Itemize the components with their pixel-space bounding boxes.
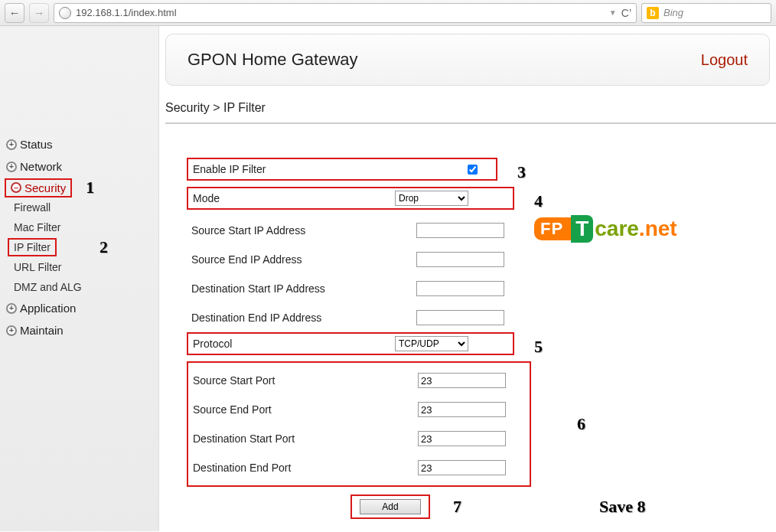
sidebar-item-label: Maintain — [20, 324, 64, 337]
annotation-6: 6 — [577, 414, 585, 434]
annotation-3: 3 — [517, 162, 526, 182]
dst-end-port-input[interactable] — [418, 460, 506, 475]
dst-end-ip-label: Destination End IP Address — [187, 312, 393, 324]
mode-row: Mode Drop — [187, 187, 514, 210]
sidebar-item-application[interactable]: + Application — [0, 297, 158, 319]
url-text: 192.168.1.1/index.html — [76, 7, 609, 18]
mode-select[interactable]: Drop — [395, 191, 468, 206]
breadcrumb: Security > IP Filter — [165, 98, 770, 122]
main-content: GPON Home Gateway Logout Security > IP F… — [159, 26, 776, 531]
bing-icon: b — [647, 7, 659, 19]
sidebar-subitem-ip-filter[interactable]: IP Filter — [8, 238, 57, 256]
protocol-label: Protocol — [188, 338, 395, 350]
src-end-port-input[interactable] — [418, 402, 506, 417]
ip-filter-form: Enable IP Filter 3 Mode Drop 4 Source St… — [165, 124, 770, 519]
sidebar: + Status + Network – Security 1 Firewall… — [0, 26, 159, 531]
logout-link[interactable]: Logout — [701, 51, 748, 69]
src-end-port-label: Source End Port — [188, 403, 395, 416]
forward-button[interactable]: → — [29, 3, 49, 23]
sidebar-item-status[interactable]: + Status — [0, 133, 158, 155]
src-start-port-label: Source Start Port — [188, 374, 395, 387]
annotation-2: 2 — [99, 237, 108, 257]
dst-end-ip-input[interactable] — [416, 310, 504, 325]
dst-start-ip-label: Destination Start IP Address — [187, 282, 393, 295]
header-card: GPON Home Gateway Logout — [165, 34, 770, 86]
search-placeholder: Bing — [664, 7, 683, 18]
mode-label: Mode — [188, 192, 395, 204]
sidebar-item-label: Network — [20, 160, 62, 173]
url-dropdown-icon[interactable]: ▼ — [609, 8, 617, 17]
sidebar-item-network[interactable]: + Network — [0, 155, 158, 178]
annotation-4: 4 — [534, 191, 543, 211]
plus-icon: + — [6, 325, 17, 336]
annotation-1: 1 — [86, 178, 94, 197]
page-title: GPON Home Gateway — [187, 50, 358, 70]
sidebar-subitem-url-filter[interactable]: URL Filter — [0, 257, 158, 277]
sidebar-item-label: Status — [20, 138, 53, 151]
src-start-ip-label: Source Start IP Address — [187, 224, 393, 237]
protocol-row: Protocol TCP/UDP — [187, 332, 514, 355]
annotation-5: 5 — [534, 337, 543, 357]
add-button[interactable]: Add — [360, 499, 421, 514]
enable-row: Enable IP Filter — [187, 158, 497, 181]
dst-end-port-label: Destination End Port — [188, 462, 395, 474]
back-button[interactable]: ← — [5, 3, 24, 23]
plus-icon: + — [6, 162, 17, 172]
globe-icon — [59, 7, 71, 19]
plus-icon: + — [6, 139, 17, 150]
add-button-highlight: Add — [351, 494, 430, 519]
enable-checkbox[interactable] — [468, 165, 478, 175]
url-bar[interactable]: 192.168.1.1/index.html ▼ C’ — [54, 3, 637, 23]
sidebar-subitem-dmz-alg[interactable]: DMZ and ALG — [0, 277, 158, 297]
dst-start-ip-input[interactable] — [416, 281, 504, 296]
src-end-ip-input[interactable] — [416, 252, 504, 267]
annotation-7: 7 — [453, 497, 461, 517]
annotation-8: Save 8 — [599, 497, 646, 517]
browser-toolbar: ← → 192.168.1.1/index.html ▼ C’ b Bing — [0, 0, 776, 26]
src-start-ip-input[interactable] — [416, 223, 504, 238]
enable-label: Enable IP Filter — [188, 163, 393, 175]
sidebar-item-label: Security — [24, 181, 66, 194]
plus-icon: + — [6, 303, 17, 314]
sidebar-item-security[interactable]: – Security — [5, 178, 72, 197]
sidebar-item-label: Application — [20, 302, 76, 315]
protocol-select[interactable]: TCP/UDP — [395, 336, 468, 351]
dst-start-port-input[interactable] — [418, 431, 506, 446]
minus-icon: – — [11, 182, 21, 193]
search-input[interactable]: b Bing — [641, 3, 771, 23]
sidebar-item-maintain[interactable]: + Maintain — [0, 319, 158, 341]
sidebar-subitem-mac-filter[interactable]: Mac Filter — [0, 217, 158, 237]
reload-icon[interactable]: C’ — [621, 7, 631, 19]
src-start-port-input[interactable] — [418, 373, 506, 388]
dst-start-port-label: Destination Start Port — [188, 432, 395, 445]
port-group: Source Start Port Source End Port Destin… — [187, 361, 531, 487]
src-end-ip-label: Source End IP Address — [187, 253, 393, 266]
sidebar-subitem-firewall[interactable]: Firewall — [0, 197, 158, 217]
